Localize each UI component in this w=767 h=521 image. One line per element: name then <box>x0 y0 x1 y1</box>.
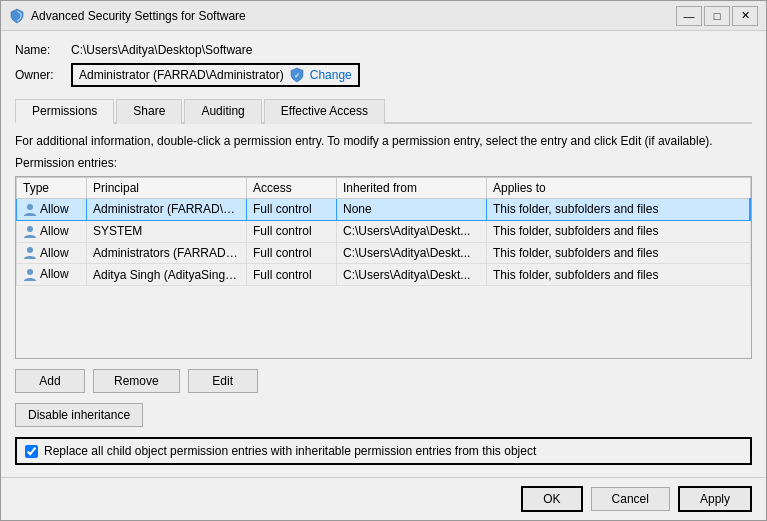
cancel-button[interactable]: Cancel <box>591 487 670 511</box>
user-icon <box>23 267 40 281</box>
cell-applies: This folder, subfolders and files <box>487 242 751 264</box>
tab-share[interactable]: Share <box>116 99 182 124</box>
tab-permissions[interactable]: Permissions <box>15 99 114 124</box>
cell-inherited: C:\Users\Aditya\Deskt... <box>337 220 487 242</box>
svg-text:✓: ✓ <box>294 72 300 79</box>
cell-principal: Administrators (FARRAD\Ad... <box>87 242 247 264</box>
table-row[interactable]: AllowAdministrators (FARRAD\Ad...Full co… <box>17 242 751 264</box>
tab-auditing[interactable]: Auditing <box>184 99 261 124</box>
col-principal: Principal <box>87 178 247 199</box>
apply-button[interactable]: Apply <box>678 486 752 512</box>
change-link[interactable]: Change <box>310 68 352 82</box>
minimize-button[interactable]: — <box>676 6 702 26</box>
main-window: Advanced Security Settings for Software … <box>0 0 767 521</box>
window-icon <box>9 8 25 24</box>
name-label: Name: <box>15 43 65 57</box>
user-icon <box>23 202 40 216</box>
col-inherited: Inherited from <box>337 178 487 199</box>
remove-button[interactable]: Remove <box>93 369 180 393</box>
title-bar: Advanced Security Settings for Software … <box>1 1 766 31</box>
close-button[interactable]: ✕ <box>732 6 758 26</box>
bottom-bar: OK Cancel Apply <box>1 477 766 520</box>
replace-checkbox[interactable] <box>25 445 38 458</box>
user-icon <box>23 224 40 238</box>
cell-access: Full control <box>247 220 337 242</box>
replace-checkbox-label: Replace all child object permission entr… <box>44 444 536 458</box>
replace-checkbox-row: Replace all child object permission entr… <box>15 437 752 465</box>
col-applies: Applies to <box>487 178 751 199</box>
cell-access: Full control <box>247 242 337 264</box>
cell-principal: SYSTEM <box>87 220 247 242</box>
cell-applies: This folder, subfolders and files <box>487 220 751 242</box>
cell-type: Allow <box>17 220 87 242</box>
cell-inherited: None <box>337 199 487 221</box>
edit-button[interactable]: Edit <box>188 369 258 393</box>
window-title: Advanced Security Settings for Software <box>31 9 676 23</box>
owner-value: Administrator (FARRAD\Administrator) <box>79 68 284 82</box>
tab-effective-access[interactable]: Effective Access <box>264 99 385 124</box>
col-type: Type <box>17 178 87 199</box>
table-row[interactable]: AllowAditya Singh (AdityaSingh@o...Full … <box>17 264 751 286</box>
permission-table: Type Principal Access Inherited from App… <box>16 177 751 286</box>
svg-point-2 <box>27 226 33 232</box>
action-buttons: Add Remove Edit <box>15 369 752 393</box>
cell-principal: Aditya Singh (AdityaSingh@o... <box>87 264 247 286</box>
cell-applies: This folder, subfolders and files <box>487 199 751 221</box>
content-area: Name: C:\Users\Aditya\Desktop\Software O… <box>1 31 766 477</box>
cell-inherited: C:\Users\Aditya\Deskt... <box>337 242 487 264</box>
table-row[interactable]: AllowSYSTEMFull controlC:\Users\Aditya\D… <box>17 220 751 242</box>
owner-box: Administrator (FARRAD\Administrator) ✓ C… <box>71 63 360 87</box>
svg-point-1 <box>27 204 33 210</box>
cell-principal: Administrator (FARRAD\Adm... <box>87 199 247 221</box>
maximize-button[interactable]: □ <box>704 6 730 26</box>
cell-inherited: C:\Users\Aditya\Deskt... <box>337 264 487 286</box>
owner-row: Owner: Administrator (FARRAD\Administrat… <box>15 63 752 87</box>
cell-access: Full control <box>247 264 337 286</box>
cell-applies: This folder, subfolders and files <box>487 264 751 286</box>
table-row[interactable]: AllowAdministrator (FARRAD\Adm...Full co… <box>17 199 751 221</box>
window-controls: — □ ✕ <box>676 6 758 26</box>
cell-access: Full control <box>247 199 337 221</box>
user-icon <box>23 246 40 260</box>
svg-point-3 <box>27 247 33 253</box>
owner-label: Owner: <box>15 68 65 82</box>
disable-inheritance-button[interactable]: Disable inheritance <box>15 403 143 427</box>
shield-icon: ✓ <box>290 67 304 83</box>
col-access: Access <box>247 178 337 199</box>
svg-point-4 <box>27 269 33 275</box>
add-button[interactable]: Add <box>15 369 85 393</box>
cell-type: Allow <box>17 264 87 286</box>
cell-type: Allow <box>17 242 87 264</box>
section-label: Permission entries: <box>15 156 752 170</box>
name-row: Name: C:\Users\Aditya\Desktop\Software <box>15 43 752 57</box>
tabs-container: Permissions Share Auditing Effective Acc… <box>15 97 752 124</box>
cell-type: Allow <box>17 199 87 221</box>
info-text: For additional information, double-click… <box>15 134 752 148</box>
ok-button[interactable]: OK <box>521 486 582 512</box>
name-value: C:\Users\Aditya\Desktop\Software <box>71 43 252 57</box>
permission-table-wrapper: Type Principal Access Inherited from App… <box>15 176 752 359</box>
